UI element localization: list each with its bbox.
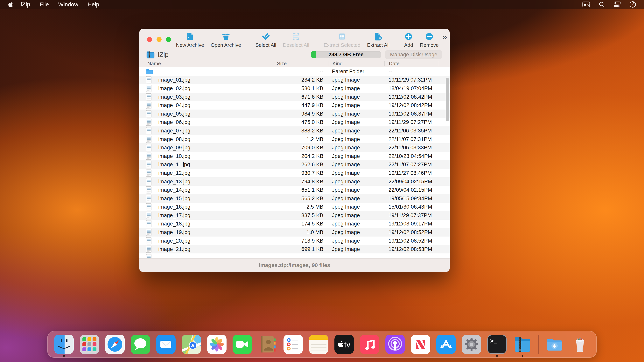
table-row[interactable]: image_19.jpg1.0 MBJpeg Image19/12/02 08:… [139,228,450,236]
column-header-date[interactable]: Date [384,61,439,67]
file-kind: Jpeg Image [328,187,384,193]
file-date: 19/12/02 08:52PM [384,238,439,244]
file-size: 475.0 KB [272,119,328,125]
menu-izip[interactable]: iZip [16,1,35,7]
control-center-icon[interactable] [613,0,621,8]
dock-item-launchpad[interactable] [80,335,99,354]
dock-item-safari[interactable] [105,335,125,354]
table-row[interactable]: image_17.jpg837.5 KBJpeg Image19/11/29 0… [139,211,450,220]
dock-item-maps[interactable] [182,335,201,354]
table-row[interactable]: image_16.jpg2.5 MBJpeg Image15/01/30 06:… [139,203,450,211]
new-archive-icon [185,32,195,41]
window-header: iZip 238.7 GB Free Manage Disk Usage [139,50,450,60]
menu-help[interactable]: Help [83,1,104,7]
file-name: image_17.jpg [158,212,190,218]
table-row[interactable]: image_04.jpg447.9 KBJpeg Image19/12/02 0… [139,101,450,110]
file-size: 671.6 KB [272,94,328,100]
table-row[interactable]: image_01.jpg234.2 KBJpeg Image19/11/29 0… [139,76,450,84]
table-row[interactable]: image_13.jpg794.8 KBJpeg Image22/09/04 0… [139,177,450,186]
table-row[interactable]: image_21.jpg699.1 KBJpeg Image19/12/02 0… [139,245,450,253]
file-size: 262.6 KB [272,161,328,168]
column-header-kind[interactable]: Kind [328,61,384,67]
traffic-lights [147,37,171,42]
file-date: 19/11/29 07:27PM [384,119,439,125]
disk-free-label: 238.7 GB Free [311,51,381,58]
table-row[interactable]: image_11.jpg262.6 KBJpeg Image22/11/07 0… [139,161,450,169]
file-date: 18/04/19 07:04PM [384,85,439,91]
settings-icon [462,335,481,354]
file-name: image_04.jpg [158,102,190,108]
dock-item-appletv[interactable]: tv [334,335,354,354]
column-header-size[interactable]: Size [272,61,328,67]
table-row[interactable]: image_12.jpg930.7 KBJpeg Image19/11/27 0… [139,169,450,177]
close-button[interactable] [147,37,152,42]
table-row[interactable]: image_05.jpg984.9 KBJpeg Image19/12/02 0… [139,110,450,118]
minimize-button[interactable] [156,37,162,42]
table-row[interactable]: image_14.jpg651.1 KBJpeg Image22/09/04 0… [139,186,450,194]
image-file-icon [146,127,152,134]
dock-item-downloads[interactable] [545,335,564,354]
file-date: 22/11/06 03:35PM [384,128,439,134]
file-name: image_21.jpg [158,246,190,252]
dock-item-settings[interactable] [462,335,481,354]
toolbar-button-open-archive[interactable]: Open Archive [208,32,244,48]
dock-item-appstore[interactable] [436,335,456,354]
table-row[interactable]: image_03.jpg671.6 KBJpeg Image19/12/02 0… [139,93,450,101]
manage-disk-usage-button[interactable]: Manage Disk Usage [385,50,442,59]
file-kind: Jpeg Image [328,111,384,117]
file-date: 15/01/30 06:43PM [384,204,439,210]
dock-item-news[interactable] [411,335,430,354]
input-source-icon[interactable]: ⌘ [582,0,590,8]
dock-item-trash[interactable] [570,335,590,354]
toolbar-button-add[interactable]: Add [400,32,416,48]
table-row-parent-folder[interactable]: ..--Parent Folder-- [139,67,450,76]
toolbar-button-deselect-all: Deselect All [280,32,313,48]
table-row[interactable]: image_15.jpg565.2 KBJpeg Image19/05/15 0… [139,194,450,203]
scrollbar-thumb[interactable] [446,78,449,121]
dock-item-messages[interactable] [131,335,150,354]
file-list: ..--Parent Folder--image_01.jpg234.2 KBJ… [139,67,450,258]
toolbar-button-select-all[interactable]: Select All [252,32,280,48]
dock-item-podcasts[interactable] [386,335,405,354]
file-size: 930.7 KB [272,170,328,176]
status-bar: images.zip:/images, 90 files [139,258,450,272]
table-row[interactable]: image_06.jpg475.0 KBJpeg Image19/11/29 0… [139,118,450,127]
table-row[interactable]: image_18.jpg174.5 KBJpeg Image19/12/03 0… [139,220,450,228]
file-name: image_01.jpg [158,77,190,83]
clock-icon[interactable] [629,0,636,8]
table-row[interactable]: image_08.jpg1.2 MBJpeg Image22/11/07 07:… [139,135,450,144]
dock-item-facetime[interactable] [232,335,252,354]
file-kind: Jpeg Image [328,119,384,125]
table-row[interactable]: image_20.jpg713.9 KBJpeg Image19/12/02 0… [139,236,450,245]
photos-icon [207,335,226,354]
column-header-name[interactable]: Name [139,61,272,67]
dock-item-contacts[interactable] [258,335,278,354]
toolbar-button-extract-all[interactable]: Extract All [364,32,393,48]
toolbar-button-new-archive[interactable]: New Archive [173,32,208,48]
dock-item-izip[interactable] [513,335,532,354]
apple-menu-icon[interactable] [8,1,13,7]
table-row-partial[interactable] [139,253,450,258]
dock-item-notes[interactable] [309,335,328,354]
table-row[interactable]: image_07.jpg383.2 KBJpeg Image22/11/06 0… [139,126,450,135]
spotlight-search-icon[interactable] [598,1,606,8]
toolbar-button-remove[interactable]: Remove [416,32,442,48]
dock-item-reminders[interactable] [284,335,303,354]
menu-file[interactable]: File [35,1,54,7]
dock-item-photos[interactable] [207,335,226,354]
table-row[interactable]: image_09.jpg709.0 KBJpeg Image22/11/06 0… [139,143,450,152]
dock-item-terminal[interactable]: >_ [487,335,507,354]
dock-item-finder[interactable] [54,335,74,354]
reminders-icon [284,335,303,354]
table-row[interactable]: image_10.jpg204.2 KBJpeg Image22/10/23 0… [139,152,450,161]
file-date: 19/12/02 08:42PM [384,102,439,108]
dock-item-music[interactable] [360,335,379,354]
open-archive-icon [221,32,230,41]
menu-left: iZipFileWindowHelp [0,1,104,8]
toolbar-overflow-button[interactable]: » [442,32,447,41]
menu-window[interactable]: Window [54,1,83,7]
dock-item-mail[interactable] [156,335,176,354]
zoom-button[interactable] [166,37,171,42]
running-indicator [522,355,524,357]
table-row[interactable]: image_02.jpg580.1 KBJpeg Image18/04/19 0… [139,84,450,93]
